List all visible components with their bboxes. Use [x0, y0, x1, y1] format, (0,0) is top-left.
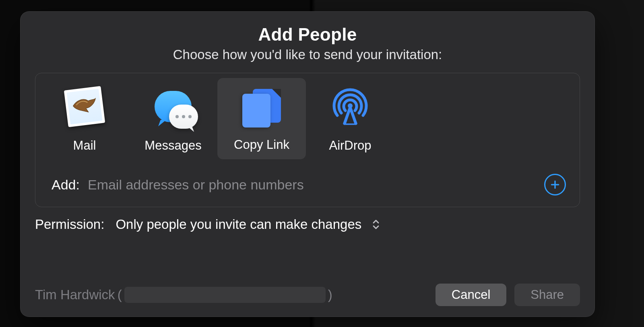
mail-stamp-icon [45, 80, 124, 133]
copy-link-icon [222, 82, 301, 134]
add-people-dialog: Add People Choose how you'd like to send… [20, 11, 595, 317]
method-messages[interactable]: Messages [129, 76, 217, 155]
method-airdrop-label: AirDrop [306, 138, 394, 153]
plus-icon [550, 179, 560, 190]
method-copy-link-label: Copy Link [217, 138, 306, 152]
user-detail-close: ) [328, 287, 332, 302]
add-recipients-row: Add: [35, 165, 580, 207]
add-recipients-input[interactable] [87, 177, 537, 193]
method-copy-link[interactable]: Copy Link [217, 78, 306, 159]
method-airdrop[interactable]: AirDrop [306, 76, 394, 155]
share-button[interactable]: Share [514, 284, 580, 306]
airdrop-icon [311, 80, 390, 133]
cancel-button[interactable]: Cancel [436, 284, 507, 306]
current-user-name: Tim Hardwick [35, 287, 115, 302]
messages-icon [134, 80, 213, 133]
user-detail-open: ( [118, 287, 122, 302]
stepper-icon [372, 219, 380, 230]
permission-value: Only people you invite can make changes [116, 217, 361, 232]
method-mail-label: Mail [40, 138, 129, 153]
permission-row: Permission: Only people you invite can m… [35, 217, 580, 232]
redacted-user-detail [124, 287, 326, 303]
share-options-box: Mail Messages [35, 73, 580, 207]
current-user-line: Tim Hardwick ( ) [35, 287, 332, 303]
add-recipient-button[interactable] [544, 174, 566, 195]
dialog-title: Add People [21, 25, 594, 45]
method-messages-label: Messages [129, 138, 217, 153]
share-methods-row: Mail Messages [35, 73, 580, 165]
add-label: Add: [52, 177, 80, 193]
permission-label: Permission: [35, 217, 104, 232]
method-mail[interactable]: Mail [40, 76, 129, 155]
permission-select[interactable]: Only people you invite can make changes [116, 217, 380, 232]
dialog-footer: Tim Hardwick ( ) Cancel Share [35, 284, 580, 306]
dialog-subtitle: Choose how you'd like to send your invit… [21, 47, 594, 62]
